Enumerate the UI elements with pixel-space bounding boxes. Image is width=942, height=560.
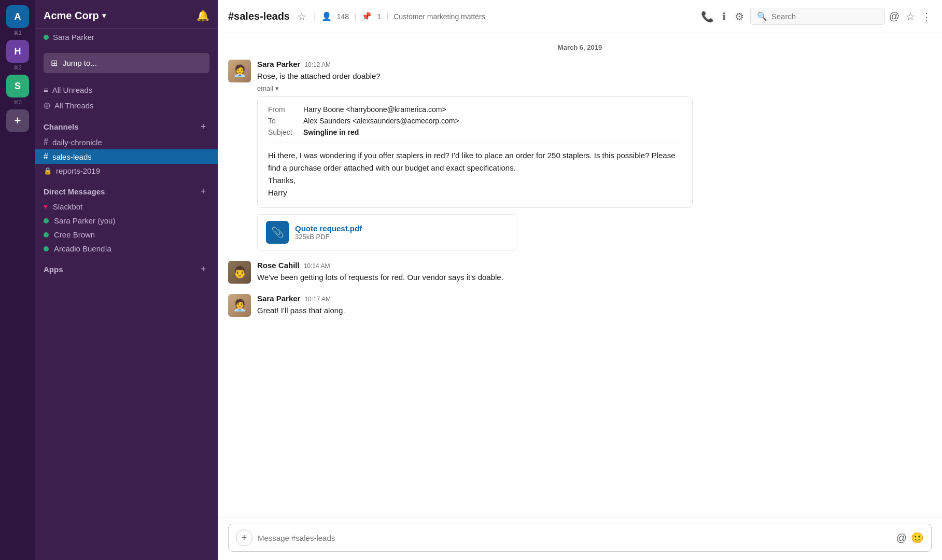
dm-item-slackbot[interactable]: ♥ Slackbot bbox=[35, 200, 218, 214]
workspace-name[interactable]: Acme Corp ▾ bbox=[44, 10, 106, 22]
workspace-shortcut-2: ⌘2 bbox=[13, 65, 22, 71]
add-channel-button[interactable]: + bbox=[197, 120, 209, 133]
email-toggle-chevron: ▾ bbox=[275, 85, 279, 92]
channel-item-sales-leads[interactable]: # sales-leads bbox=[35, 149, 218, 164]
message-header-sara-1: Sara Parker 10:12 AM bbox=[257, 60, 932, 68]
message-time-sara-2: 10:17 AM bbox=[304, 296, 331, 303]
workspace-name-text: Acme Corp bbox=[44, 10, 99, 22]
apps-label: Apps bbox=[44, 265, 63, 274]
avatar-face-sara: 🧑‍💼 bbox=[228, 60, 251, 82]
search-box[interactable]: 🔍 bbox=[750, 8, 885, 25]
emoji-button[interactable]: 🙂 bbox=[911, 531, 924, 544]
divider-1: | bbox=[314, 11, 316, 22]
bookmark-icon[interactable]: ☆ bbox=[904, 8, 917, 25]
email-toggle[interactable]: email ▾ bbox=[257, 85, 932, 92]
channels-label: Channels bbox=[44, 122, 79, 131]
add-dm-button[interactable]: + bbox=[197, 185, 209, 198]
sidebar-item-all-unreads[interactable]: ≡ All Unreads bbox=[35, 82, 218, 97]
dm-item-sara[interactable]: Sara Parker (you) bbox=[35, 214, 218, 228]
star-icon[interactable]: ☆ bbox=[295, 8, 308, 25]
lock-icon: 🔒 bbox=[44, 167, 52, 175]
message-time-sara-1: 10:12 AM bbox=[304, 61, 331, 68]
pdf-meta: 325kB PDF bbox=[295, 233, 362, 241]
divider-3: | bbox=[386, 12, 388, 21]
email-body: Hi there, I was wondering if you offer s… bbox=[268, 149, 682, 199]
avatar-face-rose: 👨 bbox=[228, 261, 251, 284]
all-threads-icon: ◎ bbox=[44, 101, 50, 110]
at-mention-button[interactable]: @ bbox=[896, 532, 907, 544]
avatar-face-sara-2: 🧑‍💼 bbox=[228, 294, 251, 317]
phone-icon[interactable]: 📞 bbox=[699, 8, 716, 25]
workspace-shortcut-1: ⌘1 bbox=[13, 30, 22, 36]
sidebar-item-all-threads[interactable]: ◎ All Threads bbox=[35, 97, 218, 113]
channel-item-reports-2019[interactable]: 🔒 reports-2019 bbox=[35, 164, 218, 178]
dm-item-arcadio[interactable]: Arcadio Buendía bbox=[35, 242, 218, 256]
sidebar-header: Acme Corp ▾ 🔔 bbox=[35, 0, 218, 29]
message-group-sara-2: 🧑‍💼 Sara Parker 10:17 AM Great! I'll pas… bbox=[228, 294, 932, 317]
add-app-button[interactable]: + bbox=[197, 263, 209, 275]
message-input-area: + @ 🙂 bbox=[218, 517, 942, 560]
channel-name-daily-chronicle: daily-chronicle bbox=[52, 138, 102, 147]
dm-name-arcadio: Arcadio Buendía bbox=[54, 244, 111, 253]
message-input-box: + @ 🙂 bbox=[228, 524, 932, 552]
workspace-add-icon[interactable]: + bbox=[6, 109, 29, 132]
email-divider bbox=[268, 143, 682, 143]
more-icon[interactable]: ⋮ bbox=[921, 10, 932, 23]
channel-header: #sales-leads ☆ | 👤 148 | 📌 1 | Customer … bbox=[218, 0, 942, 33]
all-unreads-label: All Unreads bbox=[52, 86, 93, 94]
channel-title: #sales-leads bbox=[228, 10, 290, 22]
dm-item-cree[interactable]: Cree Brown bbox=[35, 228, 218, 242]
messages-area: March 6, 2019 🧑‍💼 Sara Parker 10:12 AM R… bbox=[218, 33, 942, 517]
message-input[interactable] bbox=[258, 534, 891, 542]
email-to-field: To Alex Saunders <alexsaunders@acmecorp.… bbox=[268, 117, 682, 125]
user-status: Sara Parker bbox=[35, 29, 218, 46]
message-group-sara-1: 🧑‍💼 Sara Parker 10:12 AM Rose, is the at… bbox=[228, 60, 932, 250]
dm-status-dot-sara bbox=[44, 218, 49, 223]
workspace-icon-h[interactable]: H bbox=[6, 40, 29, 63]
date-divider-text: March 6, 2019 bbox=[558, 44, 602, 51]
message-text-sara-2: Great! I'll pass that along. bbox=[257, 305, 932, 317]
message-text-sara-1: Rose, is the attached order doable? bbox=[257, 71, 932, 82]
channel-hash-icon-sales: # bbox=[44, 152, 48, 161]
gear-icon[interactable]: ⚙ bbox=[733, 8, 746, 25]
user-status-dot bbox=[44, 35, 49, 40]
workspace-icon-a[interactable]: A bbox=[6, 5, 29, 28]
message-header-rose: Rose Cahill 10:14 AM bbox=[257, 261, 932, 270]
message-text-rose: We've been getting lots of requests for … bbox=[257, 272, 932, 284]
info-icon[interactable]: ℹ bbox=[720, 8, 728, 25]
members-count: 148 bbox=[337, 12, 349, 21]
pdf-attachment[interactable]: 📎 Quote request.pdf 325kB PDF bbox=[257, 214, 516, 250]
email-to-label: To bbox=[268, 117, 299, 125]
sidebar-top: ⊞ Jump to... bbox=[35, 46, 218, 78]
add-attachment-button[interactable]: + bbox=[236, 529, 252, 546]
pin-icon: 📌 bbox=[361, 11, 372, 21]
avatar-sara-2: 🧑‍💼 bbox=[228, 294, 251, 317]
dm-name-slackbot: Slackbot bbox=[53, 202, 83, 211]
message-time-rose: 10:14 AM bbox=[304, 262, 330, 270]
input-actions: @ 🙂 bbox=[896, 531, 924, 544]
search-icon: 🔍 bbox=[757, 11, 767, 21]
username-label: Sara Parker bbox=[53, 33, 94, 41]
apps-section-header: Apps + bbox=[35, 256, 218, 277]
sidebar-content: Acme Corp ▾ 🔔 Sara Parker ⊞ Jump to... ≡… bbox=[35, 0, 218, 560]
sidebar-navigation: ≡ All Unreads ◎ All Threads Channels + #… bbox=[35, 78, 218, 560]
channel-hash-icon: # bbox=[44, 137, 48, 147]
channel-item-daily-chronicle[interactable]: # daily-chronicle bbox=[35, 135, 218, 149]
search-input[interactable] bbox=[771, 12, 878, 21]
jump-to-label: Jump to... bbox=[63, 59, 97, 67]
channel-name-sales-leads: sales-leads bbox=[52, 152, 92, 161]
jump-to-button[interactable]: ⊞ Jump to... bbox=[44, 53, 209, 73]
header-actions: 📞 ℹ ⚙ 🔍 @ ☆ ⋮ bbox=[699, 8, 932, 25]
bell-icon[interactable]: 🔔 bbox=[196, 9, 209, 22]
at-icon[interactable]: @ bbox=[889, 10, 899, 22]
pdf-info: Quote request.pdf 325kB PDF bbox=[295, 224, 362, 241]
channel-description: Customer marketing matters bbox=[393, 12, 485, 21]
dm-status-dot-arcadio bbox=[44, 246, 49, 251]
workspace-icon-s[interactable]: S bbox=[6, 75, 29, 97]
email-from-value: Harry Boone <harryboone@kramerica.com> bbox=[303, 105, 446, 114]
pdf-icon: 📎 bbox=[266, 221, 289, 244]
jump-to-icon: ⊞ bbox=[51, 58, 58, 68]
message-content-sara-1: Sara Parker 10:12 AM Rose, is the attach… bbox=[257, 60, 932, 250]
email-toggle-label: email bbox=[257, 85, 273, 92]
email-card: From Harry Boone <harryboone@kramerica.c… bbox=[257, 96, 693, 208]
